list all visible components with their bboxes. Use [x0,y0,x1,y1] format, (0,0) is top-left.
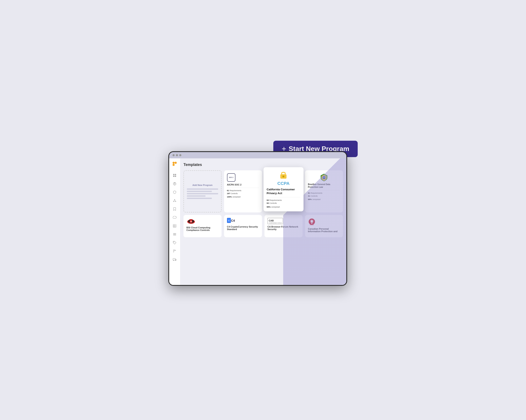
sidebar-icon-grid[interactable] [172,173,177,178]
svg-text:PIPEDA: PIPEDA [310,224,314,225]
title-bar [169,152,346,158]
cab-logo-subtitle: CA/BROWSER FORUM [269,222,282,224]
ccpa-stats: 93 Requirements 93 Controls [267,198,300,205]
app-container: Templates Add New Program [169,158,346,285]
main-content: Templates Add New Program [180,158,346,285]
svg-rect-20 [173,235,176,235]
svg-rect-4 [175,174,176,175]
svg-text:C5: C5 [190,221,192,222]
ccpa-jumpstart: 98% Jumpstart [267,206,300,208]
svg-point-8 [173,201,174,202]
cab-logo-container: CAB CA/BROWSER FORUM [267,218,300,224]
soc2-title: AICPA SOC 2 [227,183,259,186]
add-new-title: Add New Program [192,184,212,186]
soc2-card[interactable]: SOC 2 AICPA SOC 2 61 Requirements 197 Co… [224,170,262,212]
svg-rect-6 [175,176,176,177]
brazil-title: Brazilian General Data Protection Law [308,183,340,189]
placeholder-line [187,191,212,192]
add-new-program-card[interactable]: Add New Program [183,170,222,212]
window-dot-1 [172,154,175,156]
sidebar-icon-network[interactable] [172,198,177,203]
svg-point-9 [175,201,176,202]
soc2-icon: SOC 2 [227,173,235,182]
device-inner: Templates Add New Program [169,152,346,285]
templates-grid: Add New Program SOC 2 [183,170,343,212]
svg-line-10 [173,200,175,201]
svg-point-2 [172,164,175,166]
svg-point-21 [174,242,174,242]
canadian-icon: PIPEDA [308,218,340,226]
brazil-jumpstart: 68% Jumpstart [308,198,340,200]
placeholder-line [187,189,218,190]
soc2-divider [227,188,259,188]
svg-rect-5 [173,176,174,177]
svg-point-7 [174,199,175,200]
sidebar-icon-list[interactable] [172,232,177,237]
cab-title: CA Browser Forum Network Security [267,225,300,230]
svg-line-11 [175,200,176,201]
bsi-icon: C5 [186,218,219,225]
sidebar [169,158,180,285]
soc2-stats: 61 Requirements 197 Controls [227,189,259,195]
svg-rect-42 [311,222,312,224]
cab-card[interactable]: CAB CA/BROWSER FORUM CA Browser Forum Ne… [264,215,303,237]
window-dot-3 [179,154,181,156]
page-title: Templates [183,163,343,167]
sidebar-icon-cube[interactable] [172,181,177,186]
canadian-card[interactable]: PIPEDA Canadian Personal Information Pro… [305,215,343,237]
placeholder-line [187,193,218,194]
ccpa-title: California Consumer Privacy Act [267,188,300,195]
sidebar-icon-truck[interactable] [172,257,177,262]
templates-grid-row2: C5 BSI Cloud Computing Compliance Contro… [183,215,343,237]
sidebar-icon-shield[interactable] [172,190,177,195]
bsi-title: BSI Cloud Computing Compliance Controls [186,226,219,231]
c4-icon: C C4 [227,218,259,224]
c4-title: C4 CryptoCurrency Security Standard [227,225,259,230]
ccpa-lock-icon [267,170,300,180]
window-dot-2 [176,154,178,156]
placeholder-lines [187,189,218,199]
cab-logo-text: CAB [269,219,274,222]
svg-text:C: C [228,220,230,222]
ccpa-divider [267,197,300,197]
ccpa-card[interactable]: CCPA California Consumer Privacy Act 93 … [263,167,303,211]
svg-point-24 [173,260,174,260]
ccpa-label: CCPA [267,181,300,186]
sidebar-logo [172,161,178,168]
brazil-stats: 81 Requirements 31 Controls [308,192,340,198]
placeholder-line [187,198,212,199]
device-frame: Templates Add New Program [168,151,347,286]
svg-rect-23 [173,259,175,260]
scene: + Start New Program [168,134,358,286]
svg-point-29 [322,176,326,179]
placeholder-line [187,195,206,197]
brazil-card[interactable]: Brazilian General Data Protection Law 81… [305,170,343,212]
svg-rect-18 [173,233,176,234]
sidebar-icon-tag[interactable] [172,240,177,245]
sidebar-icon-cloud[interactable] [172,215,177,220]
c4-card[interactable]: C C4 C4 CryptoCurrency Security Standard [224,215,262,237]
svg-rect-19 [173,234,176,234]
bsi-card[interactable]: C5 BSI Cloud Computing Compliance Contro… [183,215,222,237]
svg-point-25 [175,260,176,260]
svg-text:C4: C4 [231,219,235,222]
svg-point-0 [172,162,175,164]
svg-point-1 [175,162,177,164]
canadian-title: Canadian Personal Information Protection… [308,228,340,233]
sidebar-icon-table[interactable] [172,224,177,228]
svg-rect-3 [173,174,174,175]
sidebar-icon-bookmark[interactable] [172,207,177,211]
sidebar-icon-flag[interactable] [172,249,177,253]
soc2-jumpstart: 100% Jumpstart [227,196,259,198]
